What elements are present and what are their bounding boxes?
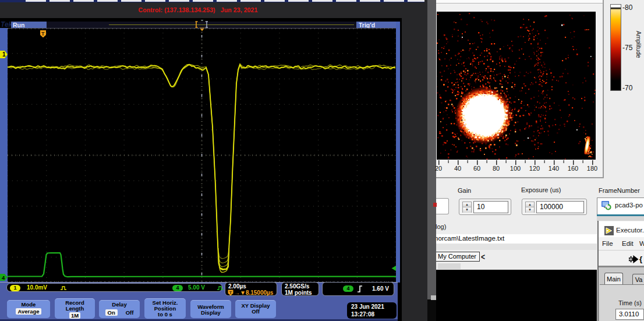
svg-text:4: 4 — [2, 274, 5, 281]
svg-text:1: 1 — [2, 51, 6, 58]
svg-text:T: T — [41, 31, 45, 37]
svg-text:T: T — [229, 290, 232, 295]
